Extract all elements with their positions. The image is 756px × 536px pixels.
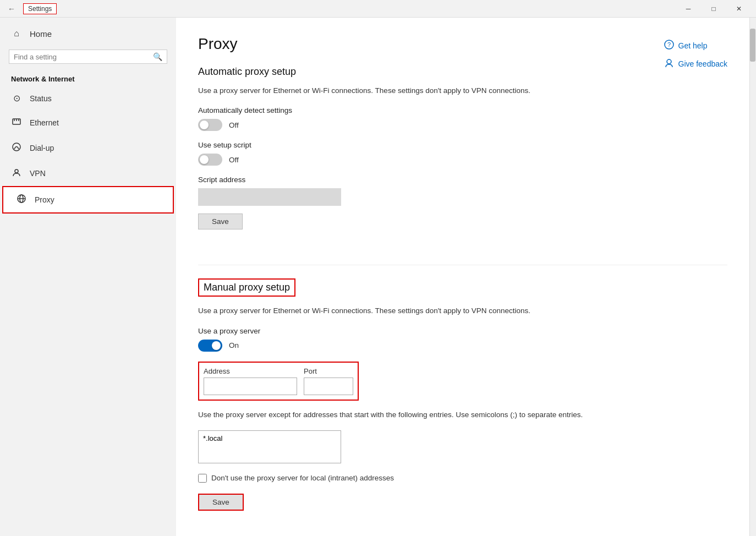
use-proxy-label: Use a proxy server	[198, 327, 727, 335]
sidebar-item-proxy-label: Proxy	[35, 195, 54, 204]
close-button[interactable]: ✕	[726, 0, 752, 18]
addr-port-row: Address Port	[204, 367, 353, 395]
auto-detect-track	[198, 119, 222, 131]
section-divider	[198, 265, 727, 265]
address-group: Address	[204, 367, 297, 395]
svg-point-11	[667, 59, 671, 64]
back-button[interactable]: ←	[4, 3, 19, 14]
setup-script-label: Use setup script	[198, 141, 727, 149]
save-auto-button[interactable]: Save	[198, 214, 243, 229]
sidebar-item-status[interactable]: ⊙ Status	[0, 86, 176, 110]
dialup-icon	[11, 142, 22, 154]
exceptions-textarea[interactable]	[198, 430, 341, 463]
save-manual-button[interactable]: Save	[198, 494, 244, 511]
use-proxy-toggle-row: On	[198, 340, 727, 352]
search-box: 🔍	[9, 50, 167, 64]
sidebar-item-vpn[interactable]: VPN	[0, 161, 176, 186]
svg-point-5	[15, 169, 18, 173]
give-feedback-link[interactable]: Give feedback	[664, 58, 728, 69]
app-container: ⌂ Home 🔍 Network & Internet ⊙ Status	[0, 18, 756, 536]
sidebar-item-dialup[interactable]: Dial-up	[0, 135, 176, 161]
use-proxy-thumb	[212, 341, 221, 350]
script-address-input[interactable]	[198, 188, 341, 206]
automatic-section-title: Automatic proxy setup	[198, 66, 727, 78]
proxy-highlight-border: Proxy	[2, 186, 174, 214]
titlebar-controls: ─ □ ✕	[676, 0, 752, 18]
titlebar-left: ← Settings	[4, 3, 57, 14]
use-proxy-toggle[interactable]	[198, 340, 222, 352]
scrollbar[interactable]	[749, 18, 756, 536]
sidebar-item-vpn-label: VPN	[30, 169, 46, 178]
status-icon: ⊙	[11, 93, 22, 103]
sidebar-item-status-label: Status	[30, 94, 52, 103]
minimize-button[interactable]: ─	[676, 0, 701, 18]
titlebar: ← Settings ─ □ ✕	[0, 0, 756, 18]
exceptions-description: Use the proxy server except for addresse…	[198, 409, 583, 420]
titlebar-title: Settings	[23, 3, 57, 14]
setup-script-track	[198, 154, 222, 166]
main-content: ? Get help Give feedback Proxy Automatic…	[176, 18, 749, 536]
scrollbar-thumb-area	[750, 18, 756, 536]
sidebar-item-ethernet[interactable]: Ethernet	[0, 110, 176, 135]
auto-detect-thumb	[200, 121, 209, 129]
script-address-label: Script address	[198, 176, 727, 184]
no-local-label: Don't use the proxy server for local (in…	[211, 474, 394, 482]
automatic-description: Use a proxy server for Ethernet or Wi-Fi…	[198, 85, 583, 96]
address-input[interactable]	[204, 378, 297, 395]
proxy-icon	[16, 194, 27, 206]
vpn-icon	[11, 167, 22, 179]
auto-detect-toggle-row: Off	[198, 119, 727, 131]
page-title: Proxy	[198, 35, 727, 53]
port-group: Port	[304, 367, 353, 395]
setup-script-toggle[interactable]	[198, 154, 222, 166]
auto-detect-label: Automatically detect settings	[198, 106, 727, 114]
home-icon: ⌂	[11, 29, 22, 39]
sidebar-item-proxy[interactable]: Proxy	[3, 187, 173, 212]
port-input[interactable]	[304, 378, 353, 395]
sidebar-item-ethernet-label: Ethernet	[30, 118, 59, 127]
maximize-button[interactable]: □	[701, 0, 726, 18]
port-label: Port	[304, 367, 353, 375]
manual-section-title: Manual proxy setup	[204, 282, 290, 293]
auto-detect-toggle[interactable]	[198, 119, 222, 131]
ethernet-icon	[11, 117, 22, 129]
setup-script-thumb	[200, 155, 209, 164]
setup-script-state: Off	[229, 156, 239, 164]
help-panel: ? Get help Give feedback	[664, 40, 728, 69]
svg-text:?: ?	[667, 41, 670, 48]
use-proxy-track	[198, 340, 222, 352]
setup-script-toggle-row: Off	[198, 154, 727, 166]
auto-detect-state: Off	[229, 121, 239, 129]
use-proxy-state: On	[229, 341, 239, 349]
sidebar: ⌂ Home 🔍 Network & Internet ⊙ Status	[0, 18, 176, 536]
help-icon: ?	[664, 40, 674, 51]
get-help-link[interactable]: ? Get help	[664, 40, 728, 51]
no-local-row: Don't use the proxy server for local (in…	[198, 474, 727, 483]
feedback-icon	[664, 58, 674, 69]
no-local-checkbox[interactable]	[198, 474, 207, 483]
sidebar-category: Network & Internet	[0, 68, 176, 86]
search-input[interactable]	[14, 53, 153, 61]
manual-description: Use a proxy server for Ethernet or Wi-Fi…	[198, 305, 583, 316]
sidebar-item-dialup-label: Dial-up	[30, 144, 54, 152]
scrollbar-thumb	[750, 29, 755, 62]
address-label: Address	[204, 367, 297, 375]
sidebar-item-home[interactable]: ⌂ Home	[0, 22, 176, 45]
sidebar-home-label: Home	[30, 29, 52, 39]
search-icon[interactable]: 🔍	[153, 52, 162, 61]
